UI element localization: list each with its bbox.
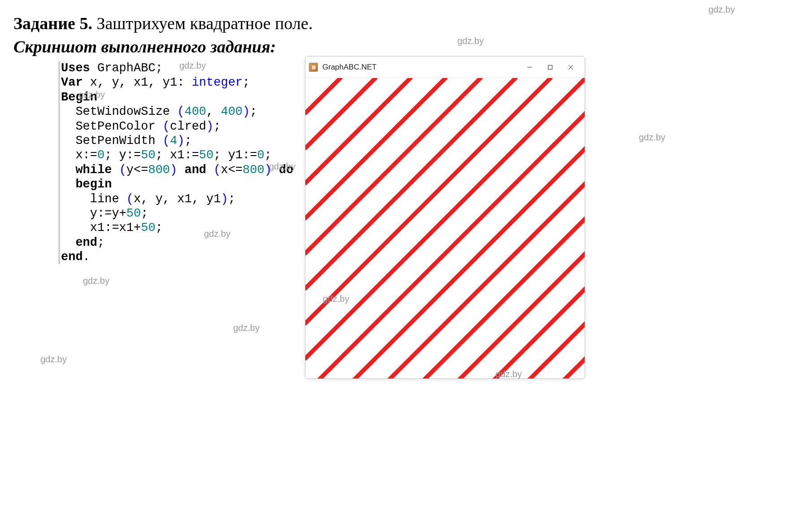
paren: ) [221,192,228,206]
code-text: GraphABC; [90,61,163,75]
code-text: ; [243,76,250,89]
kw-begin: begin [61,178,112,191]
paren: ( [119,163,126,177]
num: 800 [243,163,265,177]
code-text: ; [213,120,221,133]
paren: ) [170,163,177,177]
hatch-line [305,78,375,148]
watermark: gdz.by [40,354,67,365]
hatch-line [305,78,481,253]
code-text: ; [228,192,235,206]
num: 50 [199,148,213,162]
code-text: x, y, x1, y1: [83,76,192,89]
code-text [206,163,213,177]
watermark: gdz.by [323,294,349,304]
num: 50 [141,148,155,162]
code-text: ; [250,105,257,118]
task-title: Задание 5. Заштрихуем квадратное поле. [13,13,799,33]
minimize-icon [527,65,532,70]
code-text: ; x1:= [156,148,199,162]
svg-rect-1 [548,65,552,69]
code-text: clred [170,120,206,133]
close-button[interactable] [560,60,581,74]
code-text: ; [97,236,104,249]
num: 400 [221,105,243,118]
watermark: gdz.by [269,161,295,172]
watermark: gdz.by [639,132,665,143]
paren: ( [177,105,184,118]
watermark: gdz.by [495,369,522,379]
graphabc-window: ▦ GraphABC.NET [305,56,585,379]
kw-end: end [61,250,83,264]
paren: ( [163,134,170,148]
code-text: ; [184,134,191,148]
kw-while: while [61,163,112,177]
num: 4 [170,134,177,148]
num: 50 [126,207,141,220]
kw-and: and [184,163,206,177]
watermark: gdz.by [78,90,105,100]
code-text: x<= [221,163,243,177]
code-text: , [206,105,221,118]
code-text: x, y, x1, y1 [134,192,221,206]
code-text: SetWindowSize [61,105,177,118]
paren: ( [126,192,134,206]
header: Задание 5. Заштрихуем квадратное поле. С… [0,0,812,61]
kw-uses: Uses [61,61,90,75]
window-controls [519,60,581,74]
num: 0 [97,148,104,162]
app-icon: ▦ [309,63,318,72]
code-text [112,163,119,177]
screenshot-label: Скриншот выполненного задания: [13,37,799,57]
code-text: line [61,192,126,206]
code-text: . [83,250,90,264]
code-text: ; [141,207,148,220]
hatch-line [305,78,340,113]
close-icon [568,65,573,70]
hatch-line [305,78,551,323]
hatch-line [305,78,585,358]
maximize-button[interactable] [540,60,560,74]
code-text [177,163,184,177]
num: 0 [257,148,264,162]
task-label: Задание 5. [13,14,92,33]
code-text: SetPenColor [61,120,163,133]
watermark: gdz.by [233,323,260,333]
code-text: x1:=x1+ [61,221,141,235]
window-title: GraphABC.NET [322,63,519,72]
kw-var: Var [61,76,83,89]
code-text: y:=y+ [61,207,126,220]
hatch-line [305,78,446,218]
code-text: y<= [126,163,148,177]
code-text: ; y1:= [213,148,257,162]
kw-end: end [61,236,97,249]
hatch-line [305,78,516,288]
maximize-icon [547,65,553,70]
paren: ) [243,105,250,118]
code-text: ; y:= [104,148,141,162]
paren: ( [163,120,170,133]
paren: ) [177,134,184,148]
watermark: gdz.by [179,61,206,71]
num: 800 [148,163,170,177]
watermark: gdz.by [708,4,735,15]
code-text: SetPenWidth [61,134,163,148]
watermark: gdz.by [457,36,484,46]
code-text: ; [265,148,272,162]
titlebar[interactable]: ▦ GraphABC.NET [305,57,585,78]
minimize-button[interactable] [519,60,540,74]
canvas-area [305,78,585,378]
paren: ) [206,120,213,133]
num: 50 [141,221,155,235]
watermark: gdz.by [83,276,109,286]
code-text: x:= [61,148,97,162]
num: 400 [184,105,206,118]
task-text: Заштрихуем квадратное поле. [96,14,313,33]
paren: ( [213,163,221,177]
watermark: gdz.by [204,229,230,239]
hatch-pattern [305,78,585,378]
type-integer: integer [192,76,243,89]
code-text: ; [156,221,163,235]
